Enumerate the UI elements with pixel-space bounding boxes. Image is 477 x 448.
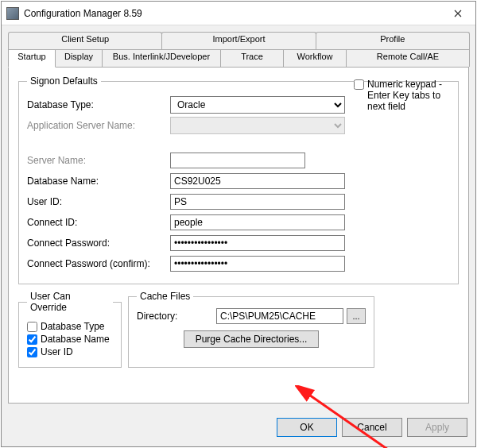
app-server-name-label: Application Server Name: bbox=[27, 120, 170, 131]
tab-strip: Client Setup Import/Export Profile Start… bbox=[8, 32, 469, 67]
ok-button[interactable]: OK bbox=[277, 418, 337, 437]
signon-defaults-legend: Signon Defaults bbox=[27, 75, 101, 87]
database-type-label: Database Type: bbox=[27, 99, 170, 110]
cache-directory-label: Directory: bbox=[137, 311, 216, 322]
app-server-name-select bbox=[170, 117, 345, 134]
tab-startup[interactable]: Startup bbox=[8, 49, 56, 68]
connect-id-input[interactable] bbox=[170, 214, 345, 230]
numeric-keypad-label: Numeric keypad - Enter Key tabs to next … bbox=[367, 79, 457, 112]
app-icon bbox=[6, 7, 19, 20]
override-userid-label: User ID bbox=[41, 346, 73, 357]
client-area: Client Setup Import/Export Profile Start… bbox=[2, 25, 475, 410]
cache-files-group: Cache Files Directory: ... Purge Cache D… bbox=[128, 291, 374, 368]
connect-password-label: Connect Password: bbox=[27, 238, 170, 249]
override-userid-checkbox[interactable] bbox=[27, 347, 37, 357]
tab-import-export[interactable]: Import/Export bbox=[161, 32, 316, 49]
connect-password-confirm-input[interactable] bbox=[170, 256, 345, 272]
override-dbtype-label: Database Type bbox=[41, 321, 105, 332]
apply-button: Apply bbox=[407, 418, 467, 437]
user-id-label: User ID: bbox=[27, 196, 170, 207]
numeric-keypad-option: Numeric keypad - Enter Key tabs to next … bbox=[354, 79, 457, 112]
window: Configuration Manager 8.59 Client Setup … bbox=[1, 1, 476, 447]
tab-page-startup: Numeric keypad - Enter Key tabs to next … bbox=[8, 67, 469, 404]
tab-trace[interactable]: Trace bbox=[220, 49, 284, 67]
database-name-label: Database Name: bbox=[27, 176, 170, 187]
cache-directory-input[interactable] bbox=[216, 308, 343, 324]
close-button[interactable] bbox=[440, 2, 475, 25]
connect-password-input[interactable] bbox=[170, 235, 345, 251]
user-can-override-legend: User Can Override bbox=[27, 291, 113, 313]
purge-cache-button[interactable]: Purge Cache Directories... bbox=[184, 330, 319, 348]
override-dbname-label: Database Name bbox=[41, 334, 110, 345]
database-name-input[interactable] bbox=[170, 173, 345, 189]
connect-password-confirm-label: Connect Password (confirm): bbox=[27, 258, 170, 269]
tab-profile[interactable]: Profile bbox=[316, 32, 470, 49]
tab-remote-call[interactable]: Remote Call/AE bbox=[346, 49, 470, 67]
tab-client-setup[interactable]: Client Setup bbox=[8, 32, 162, 49]
tab-workflow[interactable]: Workflow bbox=[283, 49, 347, 67]
connect-id-label: Connect ID: bbox=[27, 217, 170, 228]
numeric-keypad-checkbox[interactable] bbox=[354, 79, 364, 90]
server-name-label: Server Name: bbox=[27, 155, 170, 166]
override-dbname-checkbox[interactable] bbox=[27, 334, 37, 345]
browse-button[interactable]: ... bbox=[347, 308, 366, 324]
tab-display[interactable]: Display bbox=[55, 49, 103, 67]
cache-files-legend: Cache Files bbox=[137, 291, 193, 302]
close-icon bbox=[454, 10, 462, 17]
server-name-input[interactable] bbox=[170, 153, 305, 168]
titlebar: Configuration Manager 8.59 bbox=[2, 2, 475, 25]
user-id-input[interactable] bbox=[170, 194, 345, 210]
cancel-button[interactable]: Cancel bbox=[342, 418, 402, 437]
window-title: Configuration Manager 8.59 bbox=[24, 8, 440, 19]
tab-bus-interlink[interactable]: Bus. Interlink/JDeveloper bbox=[102, 49, 221, 67]
override-dbtype-checkbox[interactable] bbox=[27, 322, 37, 332]
dialog-buttons: OK Cancel Apply bbox=[2, 410, 475, 446]
user-can-override-group: User Can Override Database Type Database… bbox=[18, 291, 122, 368]
database-type-select[interactable]: Oracle bbox=[170, 96, 345, 114]
